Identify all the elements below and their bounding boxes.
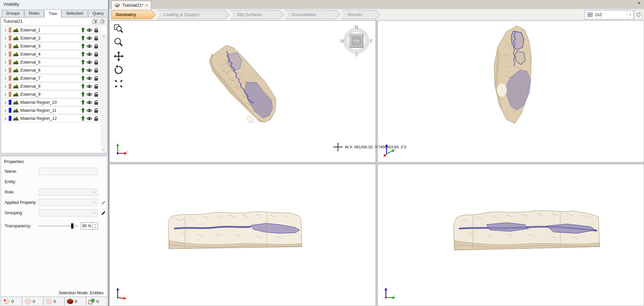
tab-query[interactable]: Query xyxy=(88,10,108,17)
workflow-tab-groundwater[interactable]: Groundwater xyxy=(285,10,340,19)
compass-east[interactable]: E xyxy=(370,38,373,44)
lock-icon[interactable] xyxy=(94,76,99,81)
compass-north[interactable]: N xyxy=(355,24,358,30)
slider-handle[interactable] xyxy=(71,223,73,229)
eye-icon[interactable] xyxy=(86,28,92,32)
tree-item-label[interactable]: Material Region_11 xyxy=(20,108,81,113)
lock-icon[interactable] xyxy=(94,60,99,65)
chevron-right-icon[interactable]: ❯ xyxy=(4,92,9,96)
tree-item-label[interactable]: External_8 xyxy=(20,84,81,89)
transparency-slider[interactable] xyxy=(39,223,78,229)
chevron-right-icon[interactable]: ❯ xyxy=(4,44,9,48)
tree-row[interactable]: ❯ External_4 xyxy=(2,50,100,58)
compass-west[interactable]: W xyxy=(340,38,344,44)
lock-icon[interactable] xyxy=(94,27,99,33)
zoom-icon[interactable] xyxy=(113,37,124,48)
tree-item-label[interactable]: External_6 xyxy=(20,68,81,73)
viewport-bottom-left[interactable]: z x xyxy=(109,164,376,306)
tree-row[interactable]: ❯ External_9 xyxy=(2,90,100,98)
tree-row[interactable]: ❯ External_3 xyxy=(2,42,100,50)
eye-icon[interactable] xyxy=(86,84,92,88)
lock-icon[interactable] xyxy=(94,68,99,73)
tree-row[interactable]: ❯ Material Region_10 xyxy=(2,98,100,106)
spin-up-icon[interactable]: ▲ xyxy=(93,223,98,226)
name-field[interactable] xyxy=(39,168,98,175)
eye-icon[interactable] xyxy=(86,92,92,96)
lock-icon[interactable] xyxy=(94,108,99,113)
tab-selection[interactable]: Selection xyxy=(62,10,87,17)
chevron-right-icon[interactable]: ❯ xyxy=(4,84,9,88)
move-up-arrow-icon[interactable] xyxy=(81,116,85,121)
chevron-right-icon[interactable]: ❯ xyxy=(4,108,9,112)
chevron-right-icon[interactable]: ❯ xyxy=(4,68,9,72)
transparency-spinner[interactable]: ▲ ▼ xyxy=(93,222,98,230)
view-compass[interactable]: N S W E TOP xyxy=(341,26,371,56)
chevron-right-icon[interactable]: ❯ xyxy=(4,36,9,40)
close-tab-icon[interactable]: × xyxy=(145,3,148,7)
dropdown-arrow-icon[interactable]: ▼ xyxy=(627,10,633,19)
collapse-all-button[interactable] xyxy=(99,18,106,24)
move-up-arrow-icon[interactable] xyxy=(81,27,85,32)
eye-icon[interactable] xyxy=(86,52,92,56)
move-up-arrow-icon[interactable] xyxy=(81,52,85,57)
chevron-right-icon[interactable]: ❯ xyxy=(4,60,9,64)
view-cube-face-label[interactable]: TOP xyxy=(352,36,361,46)
viewport-bottom-right[interactable]: z y xyxy=(377,164,644,306)
tree-item-label[interactable]: External_4 xyxy=(20,52,81,57)
dropdown-arrow-icon[interactable]: ▼ xyxy=(92,189,97,196)
lock-icon[interactable] xyxy=(94,92,99,97)
spin-down-icon[interactable]: ▼ xyxy=(93,226,98,230)
tree-item-label[interactable]: Material Region_12 xyxy=(20,116,81,121)
model-perspective-view[interactable] xyxy=(486,24,547,128)
tree-row[interactable]: ❯ Material Region_12 xyxy=(2,114,100,122)
tree-item-label[interactable]: External_9 xyxy=(20,92,81,97)
tab-tree[interactable]: Tree xyxy=(44,9,61,17)
chevron-right-icon[interactable]: ❯ xyxy=(4,117,9,120)
grouping-select[interactable]: ▼ xyxy=(39,209,98,217)
view-cube[interactable]: TOP xyxy=(349,34,363,48)
tree-item-label[interactable]: External_7 xyxy=(20,76,81,81)
dropdown-arrow-icon[interactable]: ▼ xyxy=(92,199,97,206)
viewport-top-right[interactable]: z y x xyxy=(377,20,644,162)
tree-row[interactable]: ❯ External_2 xyxy=(2,34,100,42)
zoom-window-icon[interactable] xyxy=(113,23,124,34)
expand-icon[interactable] xyxy=(113,78,124,89)
move-up-arrow-icon[interactable] xyxy=(81,100,85,105)
model-front-view[interactable] xyxy=(166,209,306,261)
eye-icon[interactable] xyxy=(86,60,92,64)
tree-scrollbar[interactable]: ▲ ▼ xyxy=(101,34,106,152)
move-up-arrow-icon[interactable] xyxy=(81,44,85,49)
chevron-right-icon[interactable]: ❯ xyxy=(4,76,9,80)
expand-all-button[interactable] xyxy=(92,18,98,24)
eye-icon[interactable] xyxy=(86,44,92,48)
model-side-view[interactable] xyxy=(450,207,604,265)
tree-row[interactable]: ❯ Material Region_11 xyxy=(2,106,100,114)
move-up-arrow-icon[interactable] xyxy=(81,92,85,97)
scroll-down-icon[interactable]: ▼ xyxy=(103,149,105,152)
refresh-views-button[interactable] xyxy=(635,10,643,19)
eye-icon[interactable] xyxy=(86,68,92,72)
tree-row[interactable]: ❯ External_6 xyxy=(2,66,100,74)
eye-icon[interactable] xyxy=(86,76,92,80)
workflow-tab-geometry[interactable]: Geometry xyxy=(111,10,156,19)
workflow-tab-slip-surfaces[interactable]: Slip Surfaces xyxy=(230,10,284,19)
chevron-right-icon[interactable]: ❯ xyxy=(4,52,9,56)
move-up-arrow-icon[interactable] xyxy=(81,108,85,113)
chevron-right-icon[interactable]: ❯ xyxy=(4,100,9,104)
tab-groups[interactable]: Groups xyxy=(2,10,24,17)
tree-item-label[interactable]: Material Region_10 xyxy=(20,100,81,105)
tree-row[interactable]: ❯ External_8 xyxy=(2,82,100,90)
chevron-right-icon[interactable]: ❯ xyxy=(4,28,9,32)
workflow-tab-loading-support[interactable]: Loading & Support xyxy=(157,10,229,19)
dropdown-arrow-icon[interactable]: ▼ xyxy=(92,210,97,216)
compass-south[interactable]: S xyxy=(355,52,358,57)
edit-applied-property-button[interactable] xyxy=(100,199,107,206)
workflow-tab-results[interactable]: Results xyxy=(341,10,380,19)
transparency-value[interactable]: 85 % xyxy=(81,222,93,230)
tab-list-dropdown-icon[interactable]: ▼ xyxy=(637,1,641,5)
document-tab[interactable]: Tutorial21* × xyxy=(111,1,151,9)
move-up-arrow-icon[interactable] xyxy=(81,84,85,89)
viewport-layout-select[interactable]: 2x2 ▼ xyxy=(585,10,634,19)
move-up-arrow-icon[interactable] xyxy=(81,60,85,65)
viewport-top-left[interactable]: N S W E TOP xyxy=(109,20,376,162)
